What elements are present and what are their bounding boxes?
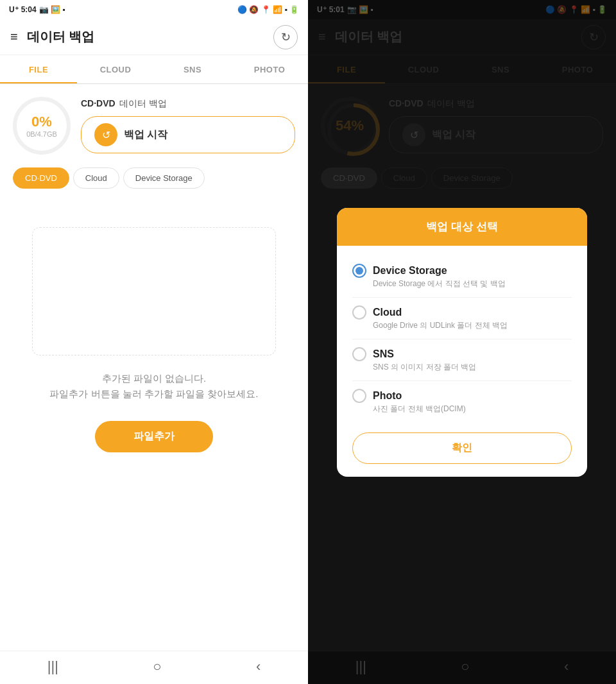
progress-percent-left: 0% xyxy=(31,114,52,130)
empty-text-left: 추가된 파일이 없습니다. 파일추가 버튼을 눌러 추가할 파일을 찾아보세요. xyxy=(49,371,258,402)
tab-cloud-left[interactable]: CLOUD xyxy=(77,55,154,83)
backup-title-row-left: CD·DVD 데이터 백업 xyxy=(81,98,295,110)
backup-info-left: CD·DVD 데이터 백업 ↺ 백업 시작 xyxy=(81,98,295,153)
main-content-left: 0% 0B/4.7GB CD·DVD 데이터 백업 ↺ 백업 시작 CD·DVD xyxy=(0,84,308,651)
backup-start-icon-left: ↺ xyxy=(94,123,117,146)
status-icons-left: 📷 🖼️ ▪️ xyxy=(39,5,65,14)
option-desc-cloud: Google Drive 의 UDLink 폴더 전체 백업 xyxy=(352,320,572,331)
modal-option-cloud[interactable]: Cloud Google Drive 의 UDLink 폴더 전체 백업 xyxy=(352,298,572,339)
radio-cloud xyxy=(352,305,366,320)
status-right-left: 🔵 🔕 📍 📶 ▪️ 🔋 xyxy=(237,5,299,14)
option-name-sns: SNS xyxy=(373,348,394,360)
source-tabs-left: CD·DVD Cloud Device Storage xyxy=(13,167,295,189)
option-name-cloud: Cloud xyxy=(373,307,402,318)
radio-photo xyxy=(352,389,366,403)
modal-footer: 확인 xyxy=(337,422,587,477)
backup-subtitle-left: 데이터 백업 xyxy=(119,98,167,110)
progress-detail-left: 0B/4.7GB xyxy=(26,130,57,138)
radio-dot-device-storage xyxy=(355,267,363,275)
option-row-photo: Photo xyxy=(352,389,572,403)
refresh-icon-left: ↻ xyxy=(281,30,291,44)
modal-option-sns[interactable]: SNS SNS 의 이미지 저장 폴더 백업 xyxy=(352,339,572,381)
modal-option-device-storage[interactable]: Device Storage Device Storage 에서 직접 선택 및… xyxy=(352,256,572,298)
option-name-device-storage: Device Storage xyxy=(373,265,447,277)
radio-sns xyxy=(352,347,366,361)
radio-device-storage xyxy=(352,264,366,278)
status-bar-left: U⁺ 5:04 📷 🖼️ ▪️ 🔵 🔕 📍 📶 ▪️ 🔋 xyxy=(0,0,308,19)
nav-back-left[interactable]: ‹ xyxy=(251,653,266,680)
empty-icon-box-left xyxy=(32,227,276,355)
hamburger-icon-left[interactable]: ≡ xyxy=(10,30,18,44)
progress-circle-left: 0% 0B/4.7GB xyxy=(13,97,71,155)
start-btn-text-left: 백업 시작 xyxy=(124,128,167,142)
source-tab-devicestorage-left[interactable]: Device Storage xyxy=(123,167,205,189)
backup-target-modal: 백업 대상 선택 Device Storage Device Storage 에… xyxy=(337,208,587,477)
time-left: 5:04 xyxy=(21,5,37,14)
app-title-left: 데이터 백업 xyxy=(27,28,95,46)
carrier-left: U⁺ xyxy=(9,5,19,14)
option-row-cloud: Cloud xyxy=(352,305,572,320)
status-left: U⁺ 5:04 📷 🖼️ ▪️ xyxy=(9,5,65,14)
source-tab-cloud-left[interactable]: Cloud xyxy=(73,167,119,189)
modal-title: 백업 대상 선택 xyxy=(426,221,497,233)
option-name-photo: Photo xyxy=(373,390,402,402)
modal-option-photo[interactable]: Photo 사진 폴더 전체 백업(DCIM) xyxy=(352,381,572,422)
option-desc-sns: SNS 의 이미지 저장 폴더 백업 xyxy=(352,362,572,373)
cd-label-left: CD·DVD xyxy=(81,98,116,108)
modal-overlay[interactable]: 백업 대상 선택 Device Storage Device Storage 에… xyxy=(308,0,616,684)
tab-file-left[interactable]: FILE xyxy=(0,55,77,83)
backup-header-left: 0% 0B/4.7GB CD·DVD 데이터 백업 ↺ 백업 시작 xyxy=(13,97,295,155)
modal-body: Device Storage Device Storage 에서 직접 선택 및… xyxy=(337,246,587,422)
start-backup-button-left[interactable]: ↺ 백업 시작 xyxy=(81,116,295,153)
add-file-button-left[interactable]: 파일추가 xyxy=(95,421,213,452)
confirm-button[interactable]: 확인 xyxy=(352,432,572,464)
tab-photo-left[interactable]: PHOTO xyxy=(231,55,308,83)
source-tab-cddvd-left[interactable]: CD·DVD xyxy=(13,167,69,189)
refresh-button-left[interactable]: ↻ xyxy=(273,25,298,49)
nav-menu-left[interactable]: ||| xyxy=(42,653,64,680)
nav-home-left[interactable]: ○ xyxy=(148,653,166,680)
header-left-group: ≡ 데이터 백업 xyxy=(10,28,94,46)
left-panel: U⁺ 5:04 📷 🖼️ ▪️ 🔵 🔕 📍 📶 ▪️ 🔋 ≡ 데이터 백업 ↻ … xyxy=(0,0,308,684)
tab-bar-left: FILE CLOUD SNS PHOTO xyxy=(0,55,308,84)
modal-header: 백업 대상 선택 xyxy=(337,208,587,246)
option-desc-photo: 사진 폴더 전체 백업(DCIM) xyxy=(352,404,572,415)
option-row-device-storage: Device Storage xyxy=(352,264,572,278)
right-panel: U⁺ 5:01 📷 🖼️ ▪️ 🔵 🔕 📍 📶 ▪️ 🔋 ≡ 데이터 백업 ↻ … xyxy=(308,0,616,684)
connectivity-icons-left: 🔵 🔕 📍 📶 ▪️ 🔋 xyxy=(237,5,299,14)
tab-sns-left[interactable]: SNS xyxy=(154,55,231,83)
app-header-left: ≡ 데이터 백업 ↻ xyxy=(0,19,308,55)
option-desc-device-storage: Device Storage 에서 직접 선택 및 백업 xyxy=(352,278,572,289)
nav-bar-left: ||| ○ ‹ xyxy=(0,651,308,684)
empty-state-left: 추가된 파일이 없습니다. 파일추가 버튼을 눌러 추가할 파일을 찾아보세요.… xyxy=(13,201,295,478)
option-row-sns: SNS xyxy=(352,347,572,361)
